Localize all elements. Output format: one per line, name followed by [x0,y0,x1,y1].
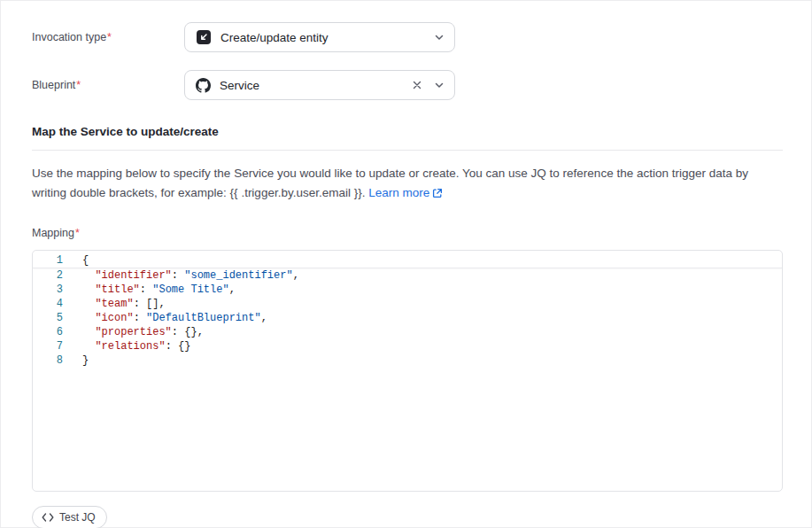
code-line[interactable]: 7 "relations": {} [33,339,782,353]
action-mapping-form: Invocation type* Create/update entity Bl… [0,0,812,528]
code-editor[interactable]: 1{2 "identifier": "some_identifier",3 "t… [32,250,783,492]
line-number: 5 [33,311,63,325]
line-number: 4 [33,297,63,311]
invocation-type-label: Invocation type* [32,31,184,43]
code-line[interactable]: 8} [33,353,782,368]
line-number: 2 [33,268,63,283]
blueprint-select[interactable]: Service [184,70,455,100]
invocation-type-select[interactable]: Create/update entity [184,22,455,52]
test-jq-label: Test JQ [59,511,96,524]
learn-more-link[interactable]: Learn more [368,186,443,199]
test-jq-button[interactable]: Test JQ [32,506,107,528]
code-line[interactable]: 2 "identifier": "some_identifier", [33,268,782,283]
line-number: 8 [33,353,63,368]
github-icon [196,78,211,93]
required-asterisk: * [75,227,80,239]
divider [32,150,783,151]
code-line[interactable]: 4 "team": [], [33,297,782,311]
section-title: Map the Service to update/create [32,125,781,138]
line-number: 6 [33,325,63,339]
code-line[interactable]: 3 "title": "Some Title", [33,283,782,297]
code-brackets-icon [42,513,54,522]
code-line[interactable]: 6 "properties": {}, [33,325,782,339]
blueprint-label: Blueprint* [32,79,184,91]
chevron-down-icon [433,79,445,91]
code-line[interactable]: 5 "icon": "DefaultBlueprint", [33,311,782,325]
blueprint-field: Blueprint* Service [32,70,781,100]
line-number: 7 [33,339,63,353]
section-description: Use the mapping below to specify the Ser… [32,164,785,203]
line-number: 3 [33,283,63,297]
code-line[interactable]: 1{ [33,253,782,268]
required-asterisk: * [76,79,81,91]
entity-upsert-icon [196,29,212,45]
external-link-icon [432,188,443,198]
invocation-type-value: Create/update entity [220,31,424,44]
chevron-down-icon [433,31,445,43]
clear-selection-icon[interactable] [410,78,424,92]
blueprint-value: Service [220,79,401,92]
mapping-label: Mapping* [32,227,781,239]
invocation-type-field: Invocation type* Create/update entity [32,22,781,52]
line-number: 1 [33,253,63,268]
required-asterisk: * [107,31,112,43]
